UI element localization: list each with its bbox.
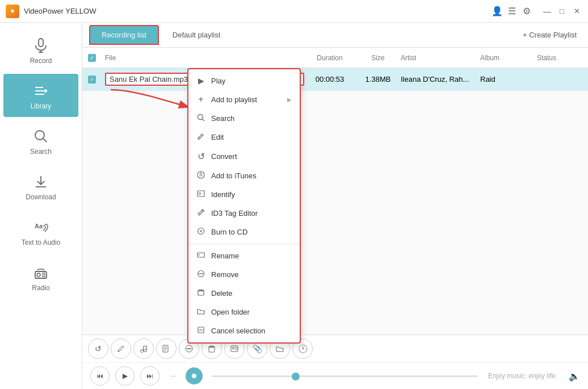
toolbar-tag-button[interactable] (156, 338, 177, 359)
identify-menu-icon (196, 190, 205, 199)
svg-rect-49 (199, 290, 203, 291)
menu-item-add-to-itunes[interactable]: Add to iTunes (188, 166, 300, 185)
sidebar-item-tts[interactable]: Aa Text to Audio (3, 210, 78, 253)
window-controls: 👤 ☰ ⚙ — □ ✕ (492, 6, 582, 16)
menu-divider-1 (188, 244, 300, 244)
svg-point-42 (198, 228, 204, 235)
svg-line-35 (203, 119, 205, 122)
row-album: Raid (480, 75, 537, 83)
menu-item-delete[interactable]: Delete (188, 284, 300, 303)
menu-item-search[interactable]: Search (188, 109, 300, 128)
now-playing-disc (186, 367, 203, 384)
trash-icon (208, 345, 216, 353)
svg-point-37 (200, 174, 202, 176)
enjoy-text: Enjoy music, enjoy life. (488, 372, 557, 380)
menu-item-id3[interactable]: ID3 Tag Editor (188, 204, 300, 223)
svg-point-43 (200, 231, 202, 232)
sidebar-item-library[interactable]: Library (3, 74, 78, 117)
rename-icon (196, 251, 205, 261)
svg-line-20 (144, 346, 147, 346)
close-button[interactable]: ✕ (571, 7, 582, 15)
sidebar-item-search-label: Search (30, 148, 52, 156)
minimize-button[interactable]: — (541, 7, 553, 16)
menu-item-identify[interactable]: Identify (188, 185, 300, 204)
toolbar-edit-button[interactable] (111, 338, 131, 359)
edit-icon (117, 345, 125, 353)
file-name: Sanu Ek Pal Chain.mp3 (110, 75, 188, 83)
convert-menu-icon: ↺ (196, 151, 205, 162)
remove-circle-icon (185, 345, 193, 353)
settings-icon[interactable]: ⚙ (521, 6, 532, 16)
col-header-album: Album (480, 54, 537, 62)
mic-icon (33, 37, 49, 53)
tabbar: Recording list Default playlist + Create… (82, 23, 588, 48)
library-icon (33, 83, 49, 99)
row-checkbox[interactable]: ✓ (88, 76, 96, 83)
search-nav-icon (33, 128, 49, 144)
add-playlist-icon: + (196, 94, 205, 104)
menu-item-cancel-selection[interactable]: Cancel selection (188, 321, 300, 340)
svg-point-34 (198, 115, 203, 120)
sidebar-item-library-label: Library (31, 102, 52, 110)
maximize-button[interactable]: □ (556, 7, 568, 15)
tab-recording-list[interactable]: Recording list (89, 25, 159, 45)
user-icon[interactable]: 👤 (492, 6, 503, 16)
menu-item-burn[interactable]: Burn to CD (188, 223, 300, 241)
svg-point-12 (37, 273, 40, 277)
burn-icon (196, 227, 205, 237)
sidebar-item-download-label: Download (26, 193, 56, 201)
create-playlist-button[interactable]: + Create Playlist (518, 28, 581, 41)
menu-item-edit[interactable]: Edit (188, 128, 300, 147)
progress-dot (292, 373, 300, 380)
select-all-checkbox[interactable]: ✓ (88, 54, 96, 62)
menu-icon[interactable]: ☰ (506, 6, 518, 16)
svg-point-7 (35, 131, 44, 140)
svg-rect-0 (39, 39, 43, 47)
row-size: 1.38MB (355, 75, 401, 83)
menu-item-rename[interactable]: Rename (188, 246, 300, 265)
toolbar-music-button[interactable] (133, 338, 154, 359)
table-header: ✓ File Duration Size Artist Album Status (82, 48, 588, 68)
volume-icon[interactable]: 🔈 (569, 371, 580, 382)
svg-rect-27 (209, 347, 215, 352)
sidebar-item-tts-label: Text to Audio (22, 239, 61, 246)
sidebar-item-record[interactable]: Record (3, 28, 78, 72)
app-logo: ★ (6, 5, 19, 18)
svg-rect-47 (198, 291, 204, 295)
itunes-icon (196, 171, 205, 181)
sidebar-item-download[interactable]: Download (3, 165, 78, 208)
play-button[interactable]: ▶ (115, 366, 135, 386)
cancel-selection-icon (196, 326, 205, 336)
prev-button[interactable]: ⏮ (90, 366, 110, 386)
row-artist: Ileana D'Cruz, Rah... (401, 75, 480, 83)
toolbar-refresh-button[interactable]: ↺ (88, 338, 108, 359)
tts-icon: Aa (33, 219, 49, 235)
table-row[interactable]: ✓ Sanu Ek Pal Chain.mp3 00:00:53 1.38MB … (82, 68, 588, 91)
col-header-artist: Artist (401, 54, 480, 62)
context-menu: ▶ Play + Add to playlist ▶ Search Edit ↺… (187, 68, 301, 344)
col-header-status: Status (537, 54, 582, 62)
col-header-file: File (105, 54, 304, 62)
menu-item-play[interactable]: ▶ Play (188, 72, 300, 90)
next-button[interactable]: ⏭ (140, 366, 159, 386)
delete-menu-icon (196, 288, 205, 298)
id3-icon (196, 208, 205, 218)
sidebar-item-search[interactable]: Search (3, 119, 78, 162)
open-folder-menu-icon (196, 307, 205, 317)
icon-toolbar: ↺ 📎 (82, 335, 588, 363)
menu-item-convert[interactable]: ↺ Convert (188, 147, 300, 166)
menu-item-open-folder[interactable]: Open folder (188, 303, 300, 321)
music-icon (140, 345, 148, 353)
svg-point-16 (141, 350, 144, 353)
menu-item-add-to-playlist[interactable]: + Add to playlist ▶ (188, 90, 300, 109)
sidebar-item-radio[interactable]: Radio (3, 256, 78, 299)
tab-default-playlist[interactable]: Default playlist (161, 26, 232, 44)
row-duration: 00:00:53 (304, 75, 355, 83)
svg-marker-6 (45, 89, 48, 93)
menu-item-remove[interactable]: Remove (188, 265, 300, 284)
col-header-size: Size (355, 54, 401, 62)
remove-menu-icon (196, 270, 205, 279)
svg-rect-30 (231, 346, 238, 352)
svg-line-8 (43, 139, 47, 142)
progress-bar[interactable] (212, 375, 478, 377)
